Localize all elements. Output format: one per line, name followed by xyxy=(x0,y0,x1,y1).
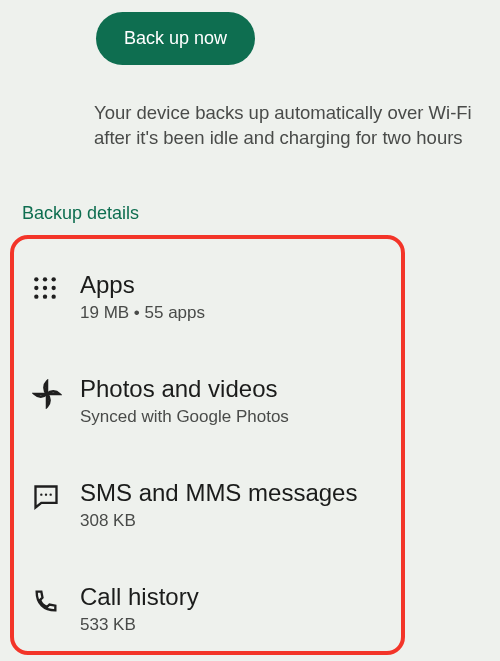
item-title: Call history xyxy=(80,583,391,611)
svg-point-4 xyxy=(43,286,47,290)
svg-point-9 xyxy=(40,494,42,496)
list-item-call-history[interactable]: Call history 533 KB xyxy=(24,561,391,661)
item-subtitle: Synced with Google Photos xyxy=(80,407,391,427)
item-subtitle: 308 KB xyxy=(80,511,391,531)
svg-point-10 xyxy=(45,494,47,496)
item-title: Photos and videos xyxy=(80,375,391,403)
svg-point-8 xyxy=(52,295,56,299)
svg-point-2 xyxy=(52,277,56,281)
list-item-photos-videos[interactable]: Photos and videos Synced with Google Pho… xyxy=(24,353,391,457)
backup-details-highlight: Apps 19 MB • 55 apps Photos and videos S… xyxy=(10,235,405,655)
svg-point-3 xyxy=(34,286,38,290)
item-title: SMS and MMS messages xyxy=(80,479,391,507)
photos-icon xyxy=(24,375,80,409)
svg-point-6 xyxy=(34,295,38,299)
back-up-now-button[interactable]: Back up now xyxy=(96,12,255,65)
apps-icon xyxy=(24,271,80,301)
svg-point-11 xyxy=(50,494,52,496)
list-item-sms-mms[interactable]: SMS and MMS messages 308 KB xyxy=(24,457,391,561)
backup-description: Your device backs up automatically over … xyxy=(94,101,472,151)
message-icon xyxy=(24,479,80,511)
item-title: Apps xyxy=(80,271,391,299)
item-subtitle: 533 KB xyxy=(80,615,391,635)
svg-point-1 xyxy=(43,277,47,281)
list-item-apps[interactable]: Apps 19 MB • 55 apps xyxy=(24,261,391,353)
svg-point-7 xyxy=(43,295,47,299)
backup-details-heading: Backup details xyxy=(22,203,500,224)
phone-icon xyxy=(24,583,80,615)
item-subtitle: 19 MB • 55 apps xyxy=(80,303,391,323)
svg-point-5 xyxy=(52,286,56,290)
svg-point-0 xyxy=(34,277,38,281)
